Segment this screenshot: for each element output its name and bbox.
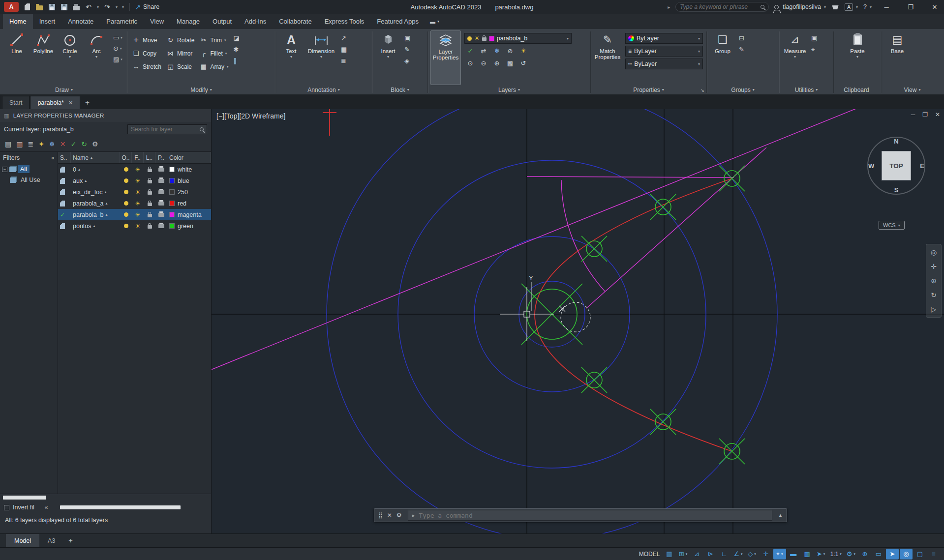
pan-icon[interactable]: ✛ [931,263,937,270]
circle-button[interactable]: Circle [57,30,83,85]
layer-freeze-icon[interactable] [135,189,141,196]
drawing-canvas[interactable]: Y [212,109,944,533]
parabola_b[interactable]: ✓ parabola_b magenta [58,209,211,220]
help-button[interactable]: ? ▾ [863,3,872,10]
tab-collaborate[interactable]: Collaborate [273,14,318,29]
snap-mode-toggle[interactable]: ⊞▾ [676,549,689,560]
cart-icon[interactable] [831,2,839,11]
make-current-button[interactable]: ✓ [464,46,476,56]
fillet-button[interactable]: ╭Fillet▾ [197,47,230,60]
layer-on-icon[interactable] [124,201,128,206]
grid-display-toggle[interactable]: ▦ [663,549,675,560]
wcs-selector[interactable]: WCS▾ [879,221,905,230]
layer-freeze-icon[interactable] [135,211,141,218]
layer-table-header[interactable]: S.. Name O.. F.. L.. P.. Color [58,152,211,164]
rotate-button[interactable]: ↻Rotate [164,33,196,47]
drawing-viewport[interactable]: Y [−][Top][2D Wireframe] ─ ❐ ✕ N S W E T… [212,109,944,533]
viewcube-north[interactable]: N [894,138,898,145]
maximize-button[interactable]: ❐ [901,0,920,14]
dock-grip-icon[interactable]: ⣿ [378,512,383,519]
command-input-field[interactable]: ▸ [408,510,772,521]
layer-properties-button[interactable]: Layer Properties [430,30,461,85]
copy-button[interactable]: ❏Copy [130,47,163,60]
model-tab[interactable]: Model [6,534,39,548]
arc-button[interactable]: Arc [83,30,110,85]
layer-on-icon[interactable] [124,224,128,228]
orbit-icon[interactable]: ↻ [931,291,937,299]
clipboard-panel-label[interactable]: Clipboard [834,85,881,94]
close-button[interactable]: ✕ [925,0,944,14]
ortho-mode-toggle[interactable]: ∟ [718,549,731,560]
redo-icon[interactable]: ↷ [103,2,111,11]
osnap-tracking-toggle[interactable]: ✛ [760,549,772,560]
dimension-button[interactable]: Dimension [305,30,338,85]
off-layer-button[interactable]: ⊘ [504,46,516,56]
viewcube-south[interactable]: S [894,186,899,194]
measure-button[interactable]: ⊿ Measure [782,30,808,85]
layer-states-manager-icon[interactable]: ≣ [28,140,33,148]
layer-search-icon[interactable] [200,127,204,131]
on-layer-button[interactable]: ☀ [518,46,529,56]
settings-gear-icon[interactable]: ⚙ [92,140,98,148]
object-snap-toggle[interactable]: ⌖▾ [773,549,786,560]
layer-color-cell[interactable]: red [167,200,211,207]
lock-layer-button[interactable]: ⊕ [491,58,503,68]
tree-expander-icon[interactable]: − [2,167,7,172]
0[interactable]: ✓ 0 white [58,164,211,175]
units-button[interactable]: ▭ [872,549,885,560]
viewport-minimize-icon[interactable]: ─ [911,111,915,118]
base-view-button[interactable]: ▤ Base [884,30,911,85]
array-button[interactable]: ▦Array▾ [197,60,230,73]
selection-cycling-toggle[interactable]: ➤▾ [815,549,827,560]
recent-commands-icon[interactable]: ▸ [412,512,415,519]
layer-color-cell[interactable]: 250 [167,189,211,196]
layer-color-cell[interactable]: white [167,166,211,173]
trim-button[interactable]: ✂Trim▾ [197,33,230,47]
qat-menu-caret-icon[interactable]: ▾ [122,5,124,9]
ribbon-display-options[interactable]: ▬▾ [425,14,444,29]
annotation-monitor-toggle[interactable]: ⊕ [858,549,871,560]
id-point-button[interactable]: ⌖ [811,46,817,54]
polar-tracking-toggle[interactable]: ∠▾ [731,549,744,560]
mirror-button[interactable]: ⋈Mirror [164,47,196,60]
new-property-filter-icon[interactable]: ▤ [5,140,11,148]
layer-lock-icon[interactable] [148,225,152,229]
invert-filter-checkbox[interactable] [4,505,9,510]
eix_dir_foc[interactable]: ✓ eix_dir_foc 250 [58,186,211,198]
save-as-icon[interactable] [60,2,68,11]
explode-button[interactable]: ✱ [234,46,240,53]
show-motion-icon[interactable]: ▷ [931,305,937,313]
layer-on-icon[interactable] [124,178,128,183]
keyword-search-box[interactable] [675,2,769,12]
layer-color-cell[interactable]: blue [167,177,211,184]
collapse-invert-icon[interactable]: « [45,504,48,511]
palette-header[interactable]: ▥ LAYER PROPERTIES MANAGER [0,109,211,122]
set-current-layer-icon[interactable]: ✓ [70,140,76,148]
command-line-dock[interactable]: ⣿ ✕ ⚙ ▸ ▲ [374,508,787,522]
tab-insert[interactable]: Insert [33,14,62,29]
move-button[interactable]: ✛Move [130,33,163,47]
filters-h-scrollbar[interactable] [3,496,46,500]
paste-button[interactable]: Paste [844,30,871,85]
draw-panel-label[interactable]: Draw [1,85,127,94]
layer-freeze-icon[interactable] [135,200,141,207]
filter-all-used-item[interactable]: All Use [0,175,58,185]
clean-screen-toggle[interactable]: ▢ [914,549,926,560]
minimize-button[interactable]: ─ [877,0,896,14]
undo-caret-icon[interactable]: ▾ [97,5,99,9]
layer-color-cell[interactable]: green [167,223,211,230]
tab-home[interactable]: Home [3,14,33,29]
tab-add-ins[interactable]: Add-ins [238,14,273,29]
tab-output[interactable]: Output [206,14,238,29]
refresh-icon[interactable]: ↻ [81,140,87,148]
redo-caret-icon[interactable]: ▾ [116,5,118,9]
table-h-scrollbar[interactable] [60,505,181,509]
layer-lock-icon[interactable] [148,191,152,195]
aux[interactable]: ✓ aux blue [58,175,211,186]
viewcube-west[interactable]: W [868,162,874,170]
layer-on-icon[interactable] [124,167,128,172]
insert-block-button[interactable]: Insert [375,30,401,85]
ungroup-button[interactable]: ⊟ [739,34,744,42]
freeze-layer-button[interactable]: ❄ [491,46,503,56]
viewport-close-icon[interactable]: ✕ [935,111,940,118]
